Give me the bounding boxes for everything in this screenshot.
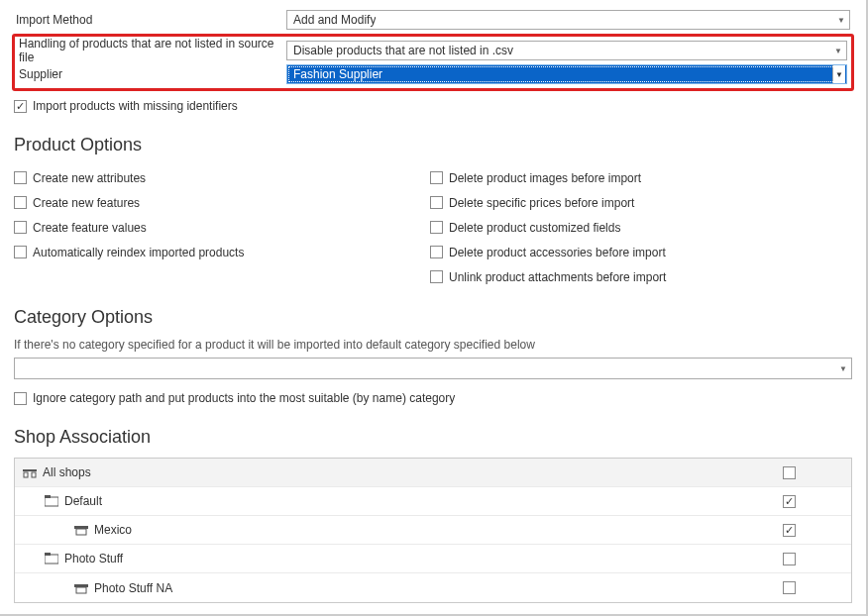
heading-shop-association: Shop Association <box>14 427 852 448</box>
checkbox-label: Create new attributes <box>33 171 146 185</box>
checkbox-shop-photo-stuff[interactable] <box>783 553 796 565</box>
checkbox-import-missing[interactable] <box>14 100 27 113</box>
field-default-category[interactable]: ▼ <box>14 358 852 379</box>
field-supplier[interactable]: Fashion Supplier ▼ <box>286 64 847 84</box>
row-supplier: Supplier Fashion Supplier ▼ <box>17 62 849 86</box>
checkbox[interactable] <box>430 171 443 184</box>
row-handling: Handling of products that are not listed… <box>17 39 849 62</box>
shop-group-icon <box>23 465 37 479</box>
checkbox[interactable] <box>430 196 443 209</box>
checkbox[interactable] <box>14 171 27 184</box>
label-ignore-category-path: Ignore category path and put products in… <box>33 391 455 405</box>
opt-delete-prices: Delete specific prices before import <box>430 190 846 215</box>
opt-delete-images: Delete product images before import <box>430 165 846 190</box>
checkbox-label: Create new features <box>33 196 140 210</box>
field-import-method[interactable]: Add and Modify ▼ <box>286 10 850 30</box>
value-supplier: Fashion Supplier <box>293 67 382 81</box>
value-handling: Disable products that are not listed in … <box>293 44 513 57</box>
opt-create-attributes: Create new attributes <box>14 165 430 190</box>
shop-label: Photo Stuff <box>64 552 123 565</box>
shop-folder-icon <box>45 494 58 508</box>
top-form: Import Method Add and Modify ▼ Handling … <box>14 8 852 117</box>
highlight-box: Handling of products that are not listed… <box>12 34 854 91</box>
svg-rect-6 <box>76 529 86 535</box>
checkbox-ignore-category-path[interactable] <box>14 392 27 405</box>
heading-product-options: Product Options <box>14 135 852 155</box>
checkbox[interactable] <box>14 246 27 258</box>
shop-label: Photo Stuff NA <box>94 581 172 595</box>
value-import-method: Add and Modify <box>293 13 376 27</box>
shop-row-mexico[interactable]: Mexico <box>15 516 851 545</box>
checkbox-label: Delete product images before import <box>449 171 641 185</box>
chevron-down-icon: ▼ <box>834 47 842 55</box>
row-import-method: Import Method Add and Modify ▼ <box>14 8 852 32</box>
checkbox[interactable] <box>430 246 443 258</box>
checkbox-label: Unlink product attachments before import <box>449 270 666 284</box>
svg-rect-10 <box>76 587 86 593</box>
checkbox-label: Delete product customized fields <box>449 221 620 235</box>
product-options-left: Create new attributes Create new feature… <box>14 165 430 289</box>
row-import-missing: Import products with missing identifiers <box>14 95 852 117</box>
svg-rect-7 <box>45 555 58 564</box>
checkbox-shop-mexico[interactable] <box>783 524 796 537</box>
checkbox[interactable] <box>14 221 27 234</box>
shop-label: Mexico <box>94 523 132 537</box>
opt-create-feature-values: Create feature values <box>14 215 430 240</box>
category-help-text: If there's no category specified for a p… <box>14 338 852 352</box>
svg-rect-1 <box>24 472 28 477</box>
product-options-right: Delete product images before import Dele… <box>430 165 846 289</box>
checkbox-label: Automatically reindex imported products <box>33 246 244 259</box>
chevron-down-icon: ▼ <box>832 65 845 83</box>
shop-store-icon <box>74 523 88 537</box>
shop-row-default[interactable]: Default <box>15 487 851 516</box>
shop-row-photo-stuff[interactable]: Photo Stuff <box>15 545 851 573</box>
checkbox-shop-all[interactable] <box>783 466 796 479</box>
shop-store-icon <box>74 581 88 595</box>
shop-folder-icon <box>45 552 58 565</box>
label-import-missing: Import products with missing identifiers <box>33 99 238 113</box>
svg-rect-4 <box>45 495 51 498</box>
row-ignore-category-path: Ignore category path and put products in… <box>14 387 852 409</box>
settings-panel: Import Method Add and Modify ▼ Handling … <box>0 0 868 616</box>
svg-rect-8 <box>45 553 51 556</box>
checkbox-shop-default[interactable] <box>783 495 796 508</box>
label-supplier: Supplier <box>17 67 286 81</box>
svg-rect-0 <box>23 469 37 471</box>
shop-row-all[interactable]: All shops <box>15 459 851 487</box>
opt-reindex: Automatically reindex imported products <box>14 240 430 264</box>
checkbox-label: Delete specific prices before import <box>449 196 634 210</box>
shop-row-photo-stuff-na[interactable]: Photo Stuff NA <box>15 573 851 602</box>
shop-tree: All shops Default Mexico <box>14 458 852 603</box>
checkbox[interactable] <box>14 196 27 209</box>
opt-delete-accessories: Delete product accessories before import <box>430 240 846 264</box>
heading-category-options: Category Options <box>14 307 852 328</box>
checkbox[interactable] <box>430 221 443 234</box>
chevron-down-icon: ▼ <box>837 16 845 25</box>
svg-rect-2 <box>32 472 36 477</box>
product-options-grid: Create new attributes Create new feature… <box>14 165 852 289</box>
chevron-down-icon: ▼ <box>839 364 847 373</box>
opt-unlink-attachments: Unlink product attachments before import <box>430 264 846 289</box>
checkbox-label: Create feature values <box>33 221 147 235</box>
shop-label: All shops <box>43 465 91 479</box>
checkbox[interactable] <box>430 270 443 283</box>
opt-delete-custom-fields: Delete product customized fields <box>430 215 846 240</box>
checkbox-shop-photo-stuff-na[interactable] <box>783 581 796 594</box>
label-import-method: Import Method <box>14 13 286 27</box>
svg-rect-3 <box>45 497 58 506</box>
field-handling[interactable]: Disable products that are not listed in … <box>286 41 847 60</box>
shop-label: Default <box>64 494 102 508</box>
opt-create-features: Create new features <box>14 190 430 215</box>
label-handling: Handling of products that are not listed… <box>17 37 286 64</box>
checkbox-label: Delete product accessories before import <box>449 246 666 259</box>
